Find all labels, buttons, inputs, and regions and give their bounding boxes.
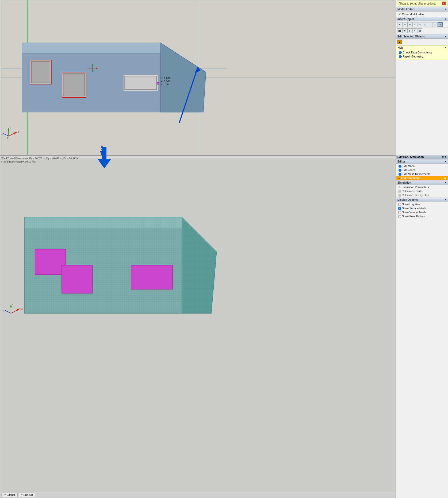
- bottom-viewport[interactable]: X Y Z Wind Tunnel Dimensions: Dx = 66.78…: [0, 155, 396, 498]
- top-right-panel: Allows to set up clipper options. × Mode…: [396, 0, 448, 155]
- edit-mesh-item[interactable]: 🔵 Edit Mesh Refinements: [396, 172, 448, 176]
- tool-edit-prop[interactable]: ■: [397, 40, 402, 44]
- svg-marker-22: [195, 67, 201, 73]
- checkmark-icon: ✔: [398, 12, 401, 16]
- model-editor-header[interactable]: Model Editor ▼: [396, 7, 448, 11]
- svg-rect-50: [35, 249, 66, 275]
- edit-model-item[interactable]: 🔵 Edit Model: [396, 164, 448, 168]
- svg-marker-42: [24, 217, 217, 314]
- editbar-controls: ■ ▼: [442, 156, 447, 159]
- svg-marker-7: [160, 43, 206, 112]
- simulation-section-header[interactable]: Simulation ▼: [396, 180, 448, 185]
- svg-marker-19: [92, 64, 93, 66]
- svg-text:Y: 0.500: Y: 0.500: [160, 80, 170, 83]
- main-container: X: 5.000 Y: 0.500 Z: 0.000 X Y Z Z: [0, 0, 448, 498]
- svg-marker-44: [182, 217, 217, 314]
- show-surface-mesh-checkbox[interactable]: [398, 207, 401, 210]
- sim-params-item[interactable]: ⚙ Simulation Parameters...: [396, 185, 448, 189]
- svg-marker-45: [24, 217, 217, 314]
- tool-pencil[interactable]: ✏: [402, 22, 407, 27]
- svg-rect-12: [123, 75, 158, 91]
- show-point-probes-item[interactable]: Show Point Probes: [396, 214, 448, 218]
- edit-mesh-icon: 🔵: [398, 173, 401, 176]
- tool-poly[interactable]: ⬡: [423, 22, 427, 27]
- svg-rect-14: [30, 60, 51, 84]
- edit-simulation-item[interactable]: ■ Edit Simulation ◀: [396, 176, 448, 180]
- svg-marker-5: [22, 43, 206, 112]
- top-viewport[interactable]: X: 5.000 Y: 0.500 Z: 0.000 X Y Z Z: [0, 0, 396, 155]
- svg-rect-49: [131, 265, 173, 289]
- close-model-editor-item[interactable]: ✔ Close Model Editor: [396, 12, 448, 17]
- svg-line-59: [5, 310, 11, 313]
- svg-text:X: X: [21, 307, 23, 310]
- svg-marker-43: [182, 217, 217, 314]
- svg-text:X: 5.000: X: 5.000: [160, 76, 171, 79]
- svg-line-21: [179, 67, 198, 123]
- calc-step-item[interactable]: ▦ Calculate Step by Step: [396, 193, 448, 197]
- svg-marker-38: [98, 159, 111, 168]
- tool-gear[interactable]: ⚙: [433, 22, 438, 27]
- help-header[interactable]: Help ▼: [396, 45, 448, 50]
- insert-toolbar-row2: ⬛ ↻ ◈ ⤷ ⊞: [396, 28, 448, 34]
- bottom-bar: ✂ Clipper ✏ Edit Bar: [0, 492, 396, 498]
- svg-rect-39: [0, 159, 396, 495]
- show-volume-mesh-item[interactable]: Show Volume Mesh: [396, 210, 448, 214]
- edit-zones-item[interactable]: 🔵 Edit Zones: [396, 168, 448, 172]
- insert-object-content: ↖ ✏ ▭ ○ ◠ ⬡ ~ ⚙ ⊕ ⬛ ↻ ◈ ⤷ ⊞: [396, 21, 448, 34]
- svg-marker-57: [10, 304, 12, 307]
- show-point-probes-checkbox[interactable]: [398, 215, 401, 218]
- tool-sweep[interactable]: ⤷: [412, 28, 417, 33]
- svg-marker-40: [24, 217, 217, 314]
- edit-model-icon: 🔵: [398, 165, 401, 168]
- svg-point-20: [157, 82, 159, 84]
- show-log-item[interactable]: Show Log Files: [396, 202, 448, 206]
- edit-bar-icon: ✏: [21, 493, 23, 496]
- calc-results-item[interactable]: ▦ Calculate Results: [396, 189, 448, 193]
- svg-marker-6: [22, 43, 166, 53]
- show-volume-mesh-checkbox[interactable]: [398, 211, 401, 214]
- show-log-checkbox[interactable]: [398, 203, 401, 206]
- check-data-icon: 🔵: [399, 51, 402, 54]
- display-options-header[interactable]: Display Options ▼: [396, 198, 448, 202]
- tool-arc[interactable]: ◠: [418, 22, 422, 27]
- close-tooltip-button[interactable]: ×: [442, 2, 446, 5]
- svg-rect-10: [62, 72, 86, 98]
- tool-loft[interactable]: ◈: [407, 28, 412, 33]
- svg-rect-52: [131, 265, 173, 289]
- display-options-content: Show Log Files Show Surface Mesh Show Vo…: [396, 202, 448, 219]
- tool-circle[interactable]: ○: [412, 22, 417, 27]
- svg-text:Z: 0.000: Z: 0.000: [160, 83, 170, 86]
- tool-arrow[interactable]: ↖: [397, 22, 402, 27]
- svg-line-53: [11, 308, 20, 313]
- top-section: X: 5.000 Y: 0.500 Z: 0.000 X Y Z Z: [0, 0, 448, 155]
- svg-marker-18: [96, 67, 98, 69]
- svg-rect-15: [62, 72, 86, 98]
- editor-section-arrow: ▼: [445, 160, 447, 163]
- clipper-button[interactable]: ✂ Clipper: [1, 493, 18, 497]
- show-surface-mesh-item[interactable]: Show Surface Mesh: [396, 206, 448, 210]
- insert-object-arrow: ▼: [445, 18, 447, 20]
- editor-section-content: 🔵 Edit Model 🔵 Edit Zones 🔵 Edit Mesh Re…: [396, 164, 448, 180]
- tool-spline[interactable]: ~: [428, 22, 432, 27]
- tool-extrude[interactable]: ⬛: [397, 28, 402, 33]
- svg-line-32: [3, 133, 9, 136]
- edit-selected-header[interactable]: Edit Selected Objects ▼: [396, 34, 448, 39]
- edit-zones-icon: 🔵: [398, 169, 401, 172]
- svg-marker-54: [17, 308, 20, 311]
- svg-line-26: [9, 132, 17, 136]
- insert-object-header[interactable]: Insert Object ▼: [396, 17, 448, 21]
- wind-tunnel-info: Wind Tunnel Dimensions: Dx = 66.788 m, D…: [1, 157, 79, 163]
- svg-marker-41: [24, 217, 182, 228]
- check-data-item[interactable]: 🔵 Check Data Consistency: [396, 51, 448, 55]
- tool-revolve[interactable]: ↻: [402, 28, 407, 33]
- edit-bar-button[interactable]: ✏ Edit Bar: [18, 493, 36, 497]
- clipper-icon: ✂: [4, 493, 6, 496]
- edit-selected-content: ■: [396, 39, 448, 45]
- editor-section-header[interactable]: Editor ▼: [396, 159, 448, 164]
- tool-bool[interactable]: ⊞: [418, 28, 422, 33]
- tool-rect[interactable]: ▭: [407, 22, 412, 27]
- svg-text:Z: Z: [1, 132, 3, 135]
- tool-cursor[interactable]: ⊕: [438, 22, 443, 27]
- svg-rect-13: [125, 76, 157, 90]
- repair-geom-item[interactable]: 🔵 Repair Geometry...: [396, 55, 448, 59]
